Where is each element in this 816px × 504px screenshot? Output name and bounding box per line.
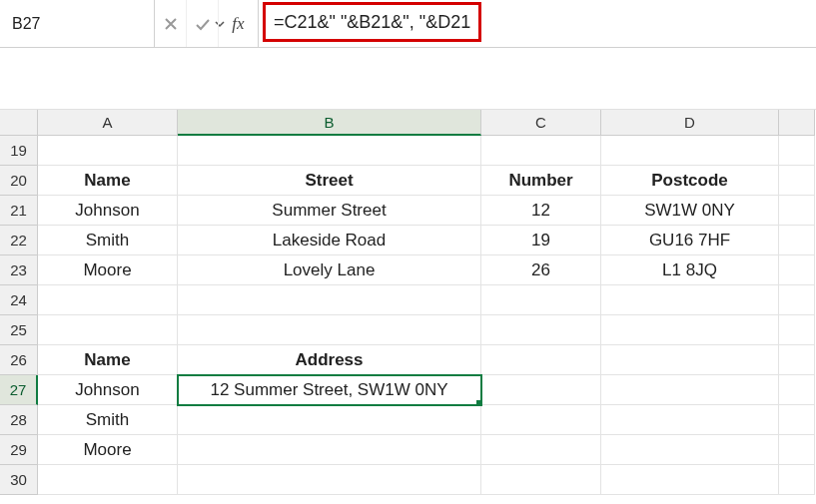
cell[interactable]: Johnson — [38, 375, 178, 405]
cell[interactable] — [178, 315, 481, 345]
insert-function-button[interactable]: fx — [219, 0, 259, 47]
spreadsheet-grid[interactable]: A B C D 19 20 Name Street Number Postcod… — [0, 110, 816, 495]
cell[interactable] — [178, 465, 481, 495]
cell[interactable] — [178, 285, 481, 315]
cell[interactable] — [481, 435, 601, 465]
cell[interactable] — [38, 285, 178, 315]
cell[interactable] — [481, 375, 601, 405]
row-header[interactable]: 26 — [0, 345, 38, 375]
cell-header-name2[interactable]: Name — [38, 345, 178, 375]
cell[interactable] — [601, 285, 779, 315]
cell[interactable] — [779, 435, 815, 465]
cell[interactable] — [779, 196, 815, 226]
cell[interactable] — [38, 465, 178, 495]
cell[interactable] — [481, 345, 601, 375]
cell[interactable]: Summer Street — [178, 196, 481, 226]
cell-header-number[interactable]: Number — [481, 166, 601, 196]
cell[interactable] — [601, 375, 779, 405]
cell[interactable] — [481, 315, 601, 345]
cell[interactable] — [481, 465, 601, 495]
formula-bar: fx =C21&" "&B21&", "&D21 — [0, 0, 816, 48]
cell[interactable]: Moore — [38, 435, 178, 465]
cell[interactable] — [779, 465, 815, 495]
formula-input-wrap[interactable]: =C21&" "&B21&", "&D21 — [259, 0, 816, 47]
row-header[interactable]: 27 — [0, 375, 38, 405]
row-header[interactable]: 22 — [0, 226, 38, 255]
row-header[interactable]: 19 — [0, 136, 38, 166]
cell[interactable] — [601, 136, 779, 166]
cell-header-address[interactable]: Address — [178, 345, 481, 375]
cell[interactable]: Smith — [38, 226, 178, 255]
cell[interactable] — [481, 405, 601, 435]
cell[interactable]: Johnson — [38, 196, 178, 226]
cell[interactable] — [601, 435, 779, 465]
row-header[interactable]: 30 — [0, 465, 38, 495]
cell[interactable] — [779, 405, 815, 435]
cell[interactable] — [178, 435, 481, 465]
col-header-A[interactable]: A — [38, 110, 178, 136]
formula-input-highlighted[interactable]: =C21&" "&B21&", "&D21 — [263, 2, 481, 42]
cell-active-B27[interactable]: 12 Summer Street, SW1W 0NY — [178, 375, 481, 405]
cell[interactable] — [779, 226, 815, 255]
select-all-corner[interactable] — [0, 110, 38, 136]
cell[interactable] — [601, 345, 779, 375]
cell[interactable] — [481, 285, 601, 315]
cell[interactable] — [38, 315, 178, 345]
cell[interactable] — [779, 345, 815, 375]
row-header[interactable]: 29 — [0, 435, 38, 465]
cell[interactable] — [38, 136, 178, 166]
cell[interactable]: Lakeside Road — [178, 226, 481, 255]
col-header-B[interactable]: B — [178, 110, 481, 136]
cell[interactable] — [601, 405, 779, 435]
cell[interactable]: 12 — [481, 196, 601, 226]
cell[interactable]: 19 — [481, 226, 601, 255]
cell[interactable]: Smith — [38, 405, 178, 435]
cell[interactable]: Lovely Lane — [178, 255, 481, 285]
cell[interactable]: SW1W 0NY — [601, 196, 779, 226]
col-header-C[interactable]: C — [481, 110, 601, 136]
cell[interactable] — [779, 136, 815, 166]
row-header[interactable]: 20 — [0, 166, 38, 196]
formula-cancel-button[interactable] — [155, 0, 187, 47]
cell[interactable] — [601, 465, 779, 495]
cell-header-name[interactable]: Name — [38, 166, 178, 196]
cell[interactable] — [178, 405, 481, 435]
row-header[interactable]: 21 — [0, 196, 38, 226]
ribbon-gap — [0, 48, 816, 110]
cell[interactable] — [779, 166, 815, 196]
row-header[interactable]: 24 — [0, 285, 38, 315]
cell[interactable]: L1 8JQ — [601, 255, 779, 285]
row-header[interactable]: 28 — [0, 405, 38, 435]
col-header-E[interactable] — [779, 110, 815, 136]
cell[interactable] — [779, 315, 815, 345]
cell-header-street[interactable]: Street — [178, 166, 481, 196]
name-box-container — [0, 0, 155, 47]
cell[interactable] — [178, 136, 481, 166]
cell-header-postcode[interactable]: Postcode — [601, 166, 779, 196]
col-header-D[interactable]: D — [601, 110, 779, 136]
formula-enter-button[interactable] — [187, 0, 219, 47]
cell[interactable]: 26 — [481, 255, 601, 285]
cell[interactable] — [779, 285, 815, 315]
row-header[interactable]: 23 — [0, 255, 38, 285]
cell[interactable] — [601, 315, 779, 345]
cell[interactable] — [779, 375, 815, 405]
cell[interactable]: Moore — [38, 255, 178, 285]
cell[interactable] — [481, 136, 601, 166]
row-header[interactable]: 25 — [0, 315, 38, 345]
cell[interactable]: GU16 7HF — [601, 226, 779, 255]
cell[interactable] — [779, 255, 815, 285]
